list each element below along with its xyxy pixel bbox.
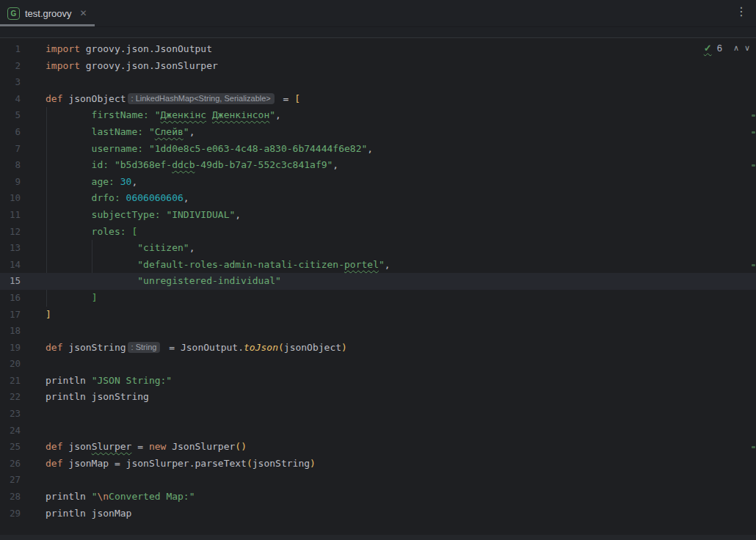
code-line[interactable]: 16 ] — [0, 290, 756, 307]
code-text: def jsonSlurper = new JsonSlurper() — [46, 439, 756, 456]
line-number: 28 — [0, 489, 46, 506]
line-number: 24 — [0, 423, 46, 439]
code-line[interactable]: 20 — [0, 356, 756, 373]
next-problem-icon[interactable]: ∨ — [744, 43, 750, 53]
code-text: subjectType: "INDIVIDUAL", — [46, 207, 756, 224]
line-number: 16 — [0, 290, 46, 307]
code-text: import groovy.json.JsonOutput — [46, 41, 756, 58]
code-lines: 1import groovy.json.JsonOutput2import gr… — [0, 41, 756, 522]
error-stripe-mark[interactable] — [752, 264, 755, 266]
code-line[interactable]: 1import groovy.json.JsonOutput — [0, 41, 756, 58]
line-number: 2 — [0, 58, 46, 75]
type-inlay-hint: : LinkedHashMap<String, Serializable> — [128, 93, 275, 104]
line-number: 14 — [0, 257, 46, 274]
line-number: 25 — [0, 439, 46, 456]
code-line[interactable]: 21println "JSON String:" — [0, 373, 756, 390]
code-line[interactable]: 14 "default-roles-admin-natali-citizen-p… — [0, 257, 756, 274]
inspections-count: 6 — [717, 43, 722, 54]
line-number: 29 — [0, 506, 46, 522]
code-text — [46, 74, 756, 91]
code-text — [46, 356, 756, 373]
code-line[interactable]: 26def jsonMap = jsonSlurper.parseText(js… — [0, 456, 756, 472]
bottom-edge-strip — [0, 535, 756, 540]
line-number: 1 — [0, 41, 46, 58]
line-number: 20 — [0, 356, 46, 373]
tab-test-groovy[interactable]: G test.groovy ✕ — [0, 0, 95, 26]
code-line[interactable]: 12 roles: [ — [0, 224, 756, 241]
code-line[interactable]: 10 drfo: 0606060606, — [0, 190, 756, 207]
code-text — [46, 472, 756, 489]
tab-row: G test.groovy ✕ ⋮ — [0, 0, 756, 27]
code-text: "default-roles-admin-natali-citizen-port… — [46, 257, 756, 274]
line-number: 7 — [0, 141, 46, 158]
code-line[interactable]: 9 age: 30, — [0, 174, 756, 191]
code-text: age: 30, — [46, 174, 756, 191]
line-number: 5 — [0, 107, 46, 124]
code-line[interactable]: 11 subjectType: "INDIVIDUAL", — [0, 207, 756, 224]
code-line[interactable]: 6 lastName: "Слейв", — [0, 124, 756, 141]
tab-close-icon[interactable]: ✕ — [80, 8, 87, 18]
code-line[interactable]: 7 username: "1dd0e8c5-e063-4c48-a830-6b7… — [0, 141, 756, 158]
code-line[interactable]: 15 "unregistered-individual" — [0, 273, 756, 290]
code-line[interactable]: 29println jsonMap — [0, 506, 756, 522]
code-text: lastName: "Слейв", — [46, 124, 756, 141]
code-line[interactable]: 25def jsonSlurper = new JsonSlurper() — [0, 439, 756, 456]
code-editor[interactable]: 1import groovy.json.JsonOutput2import gr… — [0, 39, 756, 540]
code-text: println "JSON String:" — [46, 373, 756, 390]
code-text: import groovy.json.JsonSlurper — [46, 58, 756, 75]
line-number: 9 — [0, 174, 46, 191]
code-line[interactable]: 19def jsonString: String = JsonOutput.to… — [0, 340, 756, 357]
inspections-check-icon: ✓ — [704, 43, 712, 54]
code-line[interactable]: 2import groovy.json.JsonSlurper — [0, 58, 756, 75]
code-text: roles: [ — [46, 224, 756, 241]
inspections-widget[interactable]: ✓ 6 ∧ ∨ — [704, 43, 750, 54]
line-number: 15 — [0, 273, 46, 290]
code-text: def jsonMap = jsonSlurper.parseText(json… — [46, 456, 756, 472]
line-number: 26 — [0, 456, 46, 472]
code-text: username: "1dd0e8c5-e063-4c48-a830-6b744… — [46, 141, 756, 158]
code-line[interactable]: 17] — [0, 307, 756, 324]
code-text — [46, 323, 756, 340]
line-number: 19 — [0, 340, 46, 357]
error-stripe-mark[interactable] — [752, 114, 755, 117]
line-number: 22 — [0, 389, 46, 406]
error-stripe-mark[interactable] — [752, 131, 755, 134]
error-stripe-mark[interactable] — [752, 446, 755, 448]
code-text: println jsonMap — [46, 506, 756, 522]
code-line[interactable]: 18 — [0, 323, 756, 340]
groovy-file-icon: G — [7, 7, 20, 20]
editor-tab-bar: G test.groovy ✕ ⋮ — [0, 0, 756, 38]
code-text: println "\nConverted Map:" — [46, 489, 756, 506]
code-line[interactable]: 28println "\nConverted Map:" — [0, 489, 756, 506]
code-line[interactable]: 8 id: "b5d368ef-ddcb-49db-b7a7-552c3c841… — [0, 157, 756, 174]
code-line[interactable]: 13 "citizen", — [0, 240, 756, 257]
code-line[interactable]: 22println jsonString — [0, 389, 756, 406]
active-tab-indicator — [0, 24, 95, 26]
line-number: 17 — [0, 307, 46, 324]
line-number: 3 — [0, 74, 46, 91]
code-text: firstName: "Дженкінс Дженкінсон", — [46, 107, 756, 124]
tab-label: test.groovy — [25, 8, 72, 19]
code-text: ] — [46, 290, 756, 307]
line-number: 8 — [0, 157, 46, 174]
ide-window: G test.groovy ✕ ⋮ 1import groovy.json.Js… — [0, 0, 756, 540]
line-number: 4 — [0, 91, 46, 108]
code-line[interactable]: 23 — [0, 406, 756, 423]
code-text: def jsonString: String = JsonOutput.toJs… — [46, 340, 756, 357]
error-stripe-mark[interactable] — [752, 164, 755, 167]
code-text: id: "b5d368ef-ddcb-49db-b7a7-552c3c841af… — [46, 157, 756, 174]
code-line[interactable]: 5 firstName: "Дженкінс Дженкінсон", — [0, 107, 756, 124]
line-number: 12 — [0, 224, 46, 241]
code-text: println jsonString — [46, 389, 756, 406]
code-line[interactable]: 27 — [0, 472, 756, 489]
previous-problem-icon[interactable]: ∧ — [733, 43, 739, 53]
code-text: ] — [46, 307, 756, 324]
code-text: drfo: 0606060606, — [46, 190, 756, 207]
code-line[interactable]: 4def jsonObject: LinkedHashMap<String, S… — [0, 91, 756, 108]
type-inlay-hint: : String — [128, 342, 161, 353]
editor-options-menu-icon[interactable]: ⋮ — [735, 4, 747, 18]
code-line[interactable]: 24 — [0, 423, 756, 439]
code-text: def jsonObject: LinkedHashMap<String, Se… — [46, 91, 756, 108]
code-line[interactable]: 3 — [0, 74, 756, 91]
code-text — [46, 423, 756, 439]
